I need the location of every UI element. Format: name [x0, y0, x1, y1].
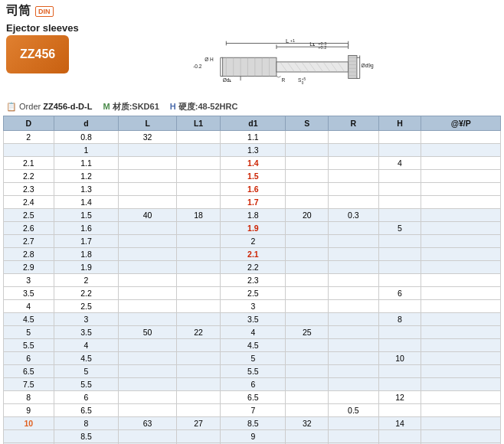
cell-r: [329, 378, 379, 391]
table-row: 96.570.5: [4, 404, 501, 417]
cell-d1: 8.5: [221, 417, 286, 430]
cell-h: 14: [378, 417, 421, 430]
cell-d: 6.5: [4, 365, 54, 378]
cell-h: [378, 261, 421, 274]
cell-d: 6: [54, 391, 119, 404]
col-R: R: [329, 116, 379, 131]
cell-l1: [176, 144, 221, 157]
cell-d1: 5: [221, 352, 286, 365]
cell-r: [329, 183, 379, 196]
cell-h: [378, 196, 421, 209]
table-row: 2.11.11.44: [4, 157, 501, 170]
cell-d: [4, 430, 54, 443]
cell-price: [421, 365, 501, 378]
cell-price: [421, 391, 501, 404]
hardness-label: 硬度:48-52HRC: [178, 102, 238, 111]
cell-r: 0.5: [329, 404, 379, 417]
cell-price: [421, 274, 501, 287]
cell-price: [421, 235, 501, 248]
cell-s: [286, 144, 329, 157]
cell-h: [378, 235, 421, 248]
table-row: 8.59: [4, 430, 501, 443]
cell-d1: 2.3: [221, 274, 286, 287]
cell-l: [119, 378, 176, 391]
cell-l1: [176, 378, 221, 391]
svg-text:-0.2: -0.2: [193, 64, 202, 69]
cell-l1: [176, 274, 221, 287]
cell-r: [329, 339, 379, 352]
cell-l1: [176, 170, 221, 183]
col-d1: d1: [221, 116, 286, 131]
table-row: 322.3: [4, 274, 501, 287]
cell-r: [329, 144, 379, 157]
cell-l: 50: [119, 326, 176, 339]
cell-l: [119, 313, 176, 326]
cell-l1: [176, 365, 221, 378]
cell-d: 1: [54, 144, 119, 157]
cell-r: [329, 352, 379, 365]
cell-s: [286, 183, 329, 196]
cell-d1: 5.5: [221, 365, 286, 378]
svg-text:+0.2: +0.2: [318, 45, 326, 50]
cell-l: [119, 235, 176, 248]
cell-d: 2: [4, 131, 54, 144]
cell-l1: [176, 339, 221, 352]
cell-l: [119, 222, 176, 235]
cell-l1: 27: [176, 417, 221, 430]
cell-h: [378, 183, 421, 196]
table-row: 42.53: [4, 300, 501, 313]
cell-d: 2.5: [54, 300, 119, 313]
cell-l: 32: [119, 131, 176, 144]
cell-l1: [176, 404, 221, 417]
cell-l1: [176, 157, 221, 170]
cell-s: [286, 430, 329, 443]
cell-price: [421, 430, 501, 443]
table-row: 11.3: [4, 144, 501, 157]
cell-r: [329, 430, 379, 443]
cell-s: [286, 300, 329, 313]
cell-l: [119, 404, 176, 417]
cell-l1: [176, 352, 221, 365]
page-header: 司筒 DIN: [0, 0, 504, 22]
cell-l: 40: [119, 209, 176, 222]
cell-h: 10: [378, 352, 421, 365]
svg-text:+1: +1: [290, 38, 295, 42]
svg-text:R: R: [282, 77, 286, 83]
cell-l: [119, 339, 176, 352]
cell-d: 2.5: [4, 209, 54, 222]
cell-h: 4: [378, 157, 421, 170]
cell-d1: 1.8: [221, 209, 286, 222]
cell-d: 1.4: [54, 196, 119, 209]
cell-price: [421, 144, 501, 157]
cell-d1: 1.4: [221, 157, 286, 170]
cell-d: 8: [54, 417, 119, 430]
cell-d1: 2: [221, 235, 286, 248]
cell-r: [329, 274, 379, 287]
top-section: ZZ456 L +1 L₁ +0.3 +0.2: [0, 35, 504, 100]
cell-l1: [176, 248, 221, 261]
svg-rect-11: [223, 57, 277, 76]
cell-d: 3: [4, 274, 54, 287]
cell-l: [119, 248, 176, 261]
cell-l: [119, 391, 176, 404]
cell-l1: [176, 131, 221, 144]
col-D: D: [4, 116, 54, 131]
cell-price: [421, 170, 501, 183]
cell-d1: 7: [221, 404, 286, 417]
cell-s: [286, 339, 329, 352]
material-icon: M: [103, 102, 110, 111]
cell-d: 7.5: [4, 378, 54, 391]
cell-l: [119, 274, 176, 287]
chinese-title: 司筒: [6, 3, 31, 19]
cell-d: 1.5: [54, 209, 119, 222]
cell-l1: [176, 391, 221, 404]
table-row: 64.5510: [4, 352, 501, 365]
cell-d1: 6: [221, 378, 286, 391]
cell-l1: [176, 287, 221, 300]
cell-d: 3.5: [4, 287, 54, 300]
cell-s: 32: [286, 417, 329, 430]
table-header-row: D d L L1 d1 S R H @¥/P: [4, 116, 501, 131]
cell-price: [421, 313, 501, 326]
cell-r: [329, 417, 379, 430]
cell-r: [329, 131, 379, 144]
